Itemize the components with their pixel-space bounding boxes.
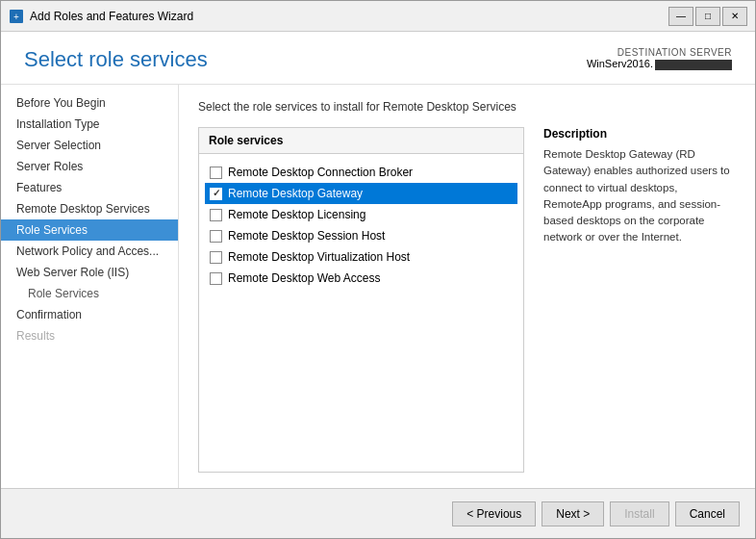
header: Select role services DESTINATION SERVER …	[1, 32, 755, 85]
destination-server-info: DESTINATION SERVER WinServ2016.	[587, 47, 732, 70]
app-icon: +	[9, 9, 24, 24]
sidebar-item-web-server-role[interactable]: Web Server Role (IIS)	[1, 262, 178, 283]
content-subtitle: Select the role services to install for …	[198, 100, 736, 114]
sidebar-item-results: Results	[1, 325, 178, 346]
role-services-header: Role services	[199, 128, 523, 154]
service-label-session-host: Remote Desktop Session Host	[228, 229, 385, 243]
footer: < Previous Next > Install Cancel	[1, 488, 755, 538]
service-item-gateway[interactable]: Remote Desktop Gateway	[205, 183, 517, 204]
service-checkbox-web-access[interactable]	[210, 272, 222, 285]
service-item-virtualization-host[interactable]: Remote Desktop Virtualization Host	[205, 246, 517, 268]
minimize-button[interactable]: —	[668, 7, 693, 26]
redacted-server-name	[655, 60, 732, 70]
page-title: Select role services	[24, 47, 208, 72]
service-item-session-host[interactable]: Remote Desktop Session Host	[205, 225, 517, 246]
service-checkbox-licensing[interactable]	[210, 209, 222, 221]
sidebar-item-role-services-sub[interactable]: Role Services	[1, 283, 178, 304]
previous-button[interactable]: < Previous	[452, 501, 536, 526]
sidebar-item-network-policy[interactable]: Network Policy and Acces...	[1, 241, 178, 262]
service-label-virtualization-host: Remote Desktop Virtualization Host	[228, 250, 410, 264]
service-item-licensing[interactable]: Remote Desktop Licensing	[205, 204, 517, 225]
description-header: Description	[543, 127, 736, 141]
sidebar-item-before-you-begin[interactable]: Before You Begin	[1, 92, 178, 114]
description-text: Remote Desktop Gateway (RD Gateway) enab…	[543, 146, 736, 246]
service-checkbox-session-host[interactable]	[210, 230, 222, 243]
sidebar-item-server-roles[interactable]: Server Roles	[1, 156, 178, 177]
role-services-panel: Role services Remote Desktop Connection …	[198, 127, 524, 473]
service-checkbox-connection-broker[interactable]	[210, 167, 222, 179]
service-checkbox-gateway[interactable]	[210, 188, 222, 200]
install-button: Install	[610, 501, 668, 526]
window-title: Add Roles and Features Wizard	[30, 10, 668, 23]
title-bar: + Add Roles and Features Wizard — □ ✕	[1, 1, 755, 32]
next-button[interactable]: Next >	[542, 501, 604, 526]
service-label-connection-broker: Remote Desktop Connection Broker	[228, 166, 413, 179]
sidebar-item-role-services[interactable]: Role Services	[1, 219, 178, 241]
two-column-layout: Role services Remote Desktop Connection …	[198, 127, 736, 473]
svg-text:+: +	[13, 12, 19, 22]
sidebar: Before You Begin Installation Type Serve…	[1, 85, 179, 488]
service-item-connection-broker[interactable]: Remote Desktop Connection Broker	[205, 162, 517, 183]
cancel-button[interactable]: Cancel	[675, 501, 740, 526]
destination-server-label: DESTINATION SERVER	[587, 47, 732, 58]
service-checkbox-virtualization-host[interactable]	[210, 251, 222, 264]
sidebar-item-confirmation[interactable]: Confirmation	[1, 304, 178, 325]
destination-server-name: WinServ2016.	[587, 58, 732, 70]
content-area: Select the role services to install for …	[179, 85, 755, 488]
maximize-button[interactable]: □	[695, 7, 720, 26]
sidebar-item-features[interactable]: Features	[1, 177, 178, 198]
description-panel: Description Remote Desktop Gateway (RD G…	[543, 127, 736, 473]
sidebar-item-installation-type[interactable]: Installation Type	[1, 114, 178, 135]
role-services-list: Remote Desktop Connection Broker Remote …	[199, 154, 523, 296]
sidebar-item-remote-desktop-services[interactable]: Remote Desktop Services	[1, 198, 178, 219]
service-item-web-access[interactable]: Remote Desktop Web Access	[205, 268, 517, 289]
sidebar-item-server-selection[interactable]: Server Selection	[1, 135, 178, 156]
main-window: + Add Roles and Features Wizard — □ ✕ Se…	[0, 0, 756, 539]
main-content: Before You Begin Installation Type Serve…	[1, 85, 755, 488]
service-label-licensing: Remote Desktop Licensing	[228, 208, 365, 221]
window-controls: — □ ✕	[668, 7, 747, 26]
service-label-gateway: Remote Desktop Gateway	[228, 187, 363, 200]
service-label-web-access: Remote Desktop Web Access	[228, 271, 381, 285]
close-button[interactable]: ✕	[722, 7, 747, 26]
